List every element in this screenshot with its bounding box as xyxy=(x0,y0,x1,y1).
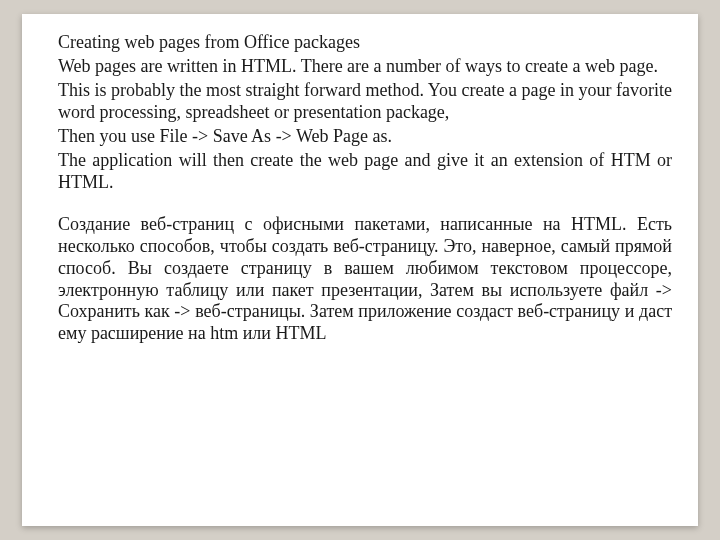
section-gap xyxy=(58,196,672,214)
en-paragraph-2: This is probably the most straight forwa… xyxy=(58,80,672,124)
en-paragraph-1: Web pages are written in HTML. There are… xyxy=(58,56,672,78)
en-title: Creating web pages from Office packages xyxy=(58,32,672,54)
en-paragraph-4: The application will then create the web… xyxy=(58,150,672,194)
en-paragraph-3: Then you use File -> Save As -> Web Page… xyxy=(58,126,672,148)
slide: Creating web pages from Office packages … xyxy=(22,14,698,526)
ru-paragraph: Создание веб-страниц с офисными пакетами… xyxy=(58,214,672,346)
